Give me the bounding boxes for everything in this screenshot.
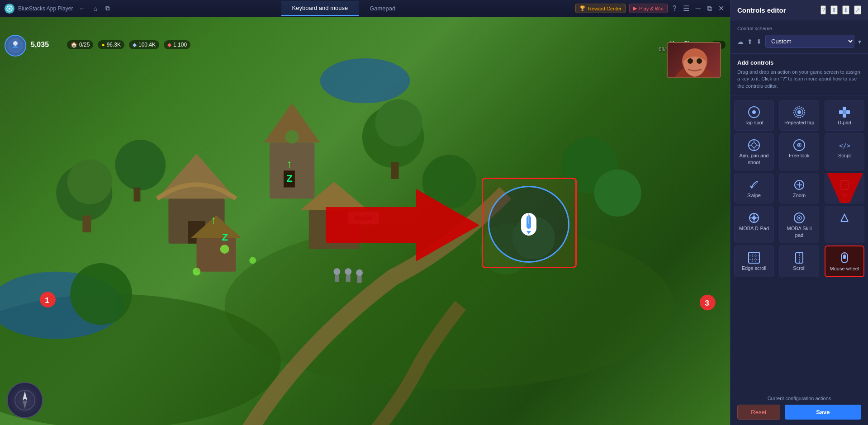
svg-point-32 — [249, 257, 256, 264]
gamepad-tab[interactable]: Gamepad — [359, 1, 406, 16]
scheme-icon-3[interactable]: ⬇ — [756, 38, 762, 45]
panel-import-button[interactable]: ⬆ — [830, 5, 838, 14]
reward-center-button[interactable]: 🏆 Reward Center — [575, 4, 626, 13]
svg-text:Z: Z — [286, 173, 293, 184]
mouse-wheel-control-icon — [837, 251, 852, 265]
svg-point-38 — [356, 269, 363, 276]
minimize-button[interactable]: ─ — [694, 5, 702, 13]
svg-point-5 — [320, 58, 410, 103]
svg-point-81 — [798, 144, 800, 146]
close-button[interactable]: ✕ — [717, 4, 726, 13]
play-label: Play & Win — [639, 6, 664, 11]
scheme-icon-2[interactable]: ⬆ — [747, 38, 753, 45]
svg-rect-68 — [843, 107, 846, 110]
panel-export-button[interactable]: ⬇ — [842, 5, 849, 14]
svg-rect-69 — [843, 114, 846, 118]
control-swipe[interactable]: Swipe — [734, 173, 774, 203]
panel-share-button[interactable]: ↗ — [854, 5, 861, 14]
control-scroll[interactable]: Scroll — [779, 246, 819, 277]
panel-help-button[interactable]: ? — [821, 5, 826, 14]
player-score: 5,035 — [31, 41, 49, 49]
svg-text:↑: ↑ — [286, 158, 292, 170]
coins-value: 96.3K — [107, 42, 121, 48]
control-tilt[interactable]: Tilt — [825, 173, 864, 203]
scheme-icon-1[interactable]: ☁ — [737, 38, 744, 45]
title-bar: BlueStacks App Player ← ⌂ ⧉ Keyboard and… — [0, 0, 730, 17]
svg-marker-61 — [23, 391, 27, 400]
svg-rect-24 — [391, 162, 398, 179]
reward-label: Reward Center — [588, 6, 621, 11]
panel-header-icons: ? ⬆ ⬇ ↗ — [821, 5, 861, 14]
scroll-label: Scroll — [793, 265, 806, 271]
svg-point-1 — [9, 8, 10, 9]
control-moba-d-pad[interactable]: MOBA D-Pad — [734, 206, 774, 243]
d-pad-icon — [837, 105, 852, 119]
housing-value: 0/25 — [79, 42, 90, 48]
rubies-icon: ◆ — [167, 42, 171, 48]
control-moba-skill-pad[interactable]: MOBA Skill pad — [779, 206, 819, 243]
help-button[interactable]: ? — [671, 5, 678, 13]
control-free-look[interactable]: Free look — [779, 133, 819, 170]
zoom-icon — [792, 178, 806, 192]
zoom-label: Zoom — [793, 192, 806, 198]
svg-point-36 — [345, 268, 351, 275]
svg-text:Z: Z — [222, 231, 228, 243]
control-mouse-wheel[interactable]: Mouse wheel — [825, 246, 864, 277]
windows-button[interactable]: ⧉ — [103, 5, 112, 12]
svg-point-74 — [752, 143, 756, 147]
reward-icon: 🏆 — [579, 5, 586, 11]
panel-title: Controls editor — [737, 6, 786, 14]
swipe-icon — [747, 178, 761, 192]
svg-point-91 — [752, 216, 756, 220]
title-bar-left: BlueStacks App Player ← ⌂ ⧉ — [0, 4, 117, 14]
save-button[interactable]: Save — [785, 405, 861, 420]
gems-value: 100.4K — [138, 42, 156, 48]
svg-rect-19 — [83, 216, 91, 232]
svg-marker-62 — [23, 400, 27, 409]
menu-button[interactable]: ☰ — [682, 4, 691, 13]
scheme-dropdown-button[interactable]: ▾ — [858, 38, 861, 45]
home-button[interactable]: ⌂ — [91, 5, 99, 12]
back-button[interactable]: ← — [76, 5, 87, 12]
bottom-left-compass — [7, 382, 43, 418]
svg-point-49 — [13, 41, 18, 46]
script-icon: </> — [837, 138, 852, 152]
svg-rect-35 — [335, 275, 339, 282]
svg-point-26 — [70, 263, 132, 325]
add-controls-section: Add controls Drag and drop an action on … — [730, 54, 868, 95]
aim-pan-shoot-icon — [747, 138, 761, 152]
svg-point-53 — [697, 58, 702, 64]
control-script[interactable]: </> Script — [825, 133, 864, 170]
tilt2-icon — [837, 211, 852, 225]
svg-text:</>: </> — [839, 142, 850, 149]
swipe-label: Swipe — [747, 192, 761, 198]
edge-scroll-label: Edge scroll — [742, 265, 766, 271]
svg-point-33 — [193, 268, 200, 275]
control-d-pad[interactable]: D-pad — [825, 100, 864, 131]
control-edge-scroll[interactable]: Edge scroll — [734, 246, 774, 277]
svg-rect-100 — [749, 252, 759, 263]
svg-point-31 — [220, 245, 229, 254]
svg-text:3: 3 — [705, 298, 709, 307]
svg-point-52 — [688, 58, 693, 64]
coins-icon: ● — [101, 42, 104, 48]
control-repeated-tap[interactable]: Repeated tap — [779, 100, 819, 131]
control-zoom[interactable]: Zoom — [779, 173, 819, 203]
control-aim-pan-shoot[interactable]: Aim, pan and shoot — [734, 133, 774, 170]
maximize-button[interactable]: ⧉ — [706, 5, 713, 13]
keyboard-mouse-tab[interactable]: Keyboard and mouse — [281, 1, 359, 16]
moba-d-pad-icon — [747, 211, 761, 225]
edge-scroll-icon — [747, 250, 761, 265]
control-tilt2[interactable] — [825, 206, 864, 243]
controls-editor-panel: Controls editor ? ⬆ ⬇ ↗ Control scheme ☁… — [730, 0, 868, 425]
reset-button[interactable]: Reset — [737, 405, 780, 420]
control-tap-spot[interactable]: Tap spot — [734, 100, 774, 131]
d-pad-label: D-pad — [838, 119, 851, 126]
moba-skill-pad-icon — [792, 211, 806, 225]
svg-rect-72 — [843, 110, 846, 114]
scheme-select[interactable]: Custom — [765, 35, 854, 48]
tilt-icon — [837, 178, 852, 192]
free-look-label: Free look — [789, 152, 810, 159]
play-win-button[interactable]: ▶ Play & Win — [629, 4, 668, 13]
mouse-wheel-label: Mouse wheel — [830, 265, 859, 272]
